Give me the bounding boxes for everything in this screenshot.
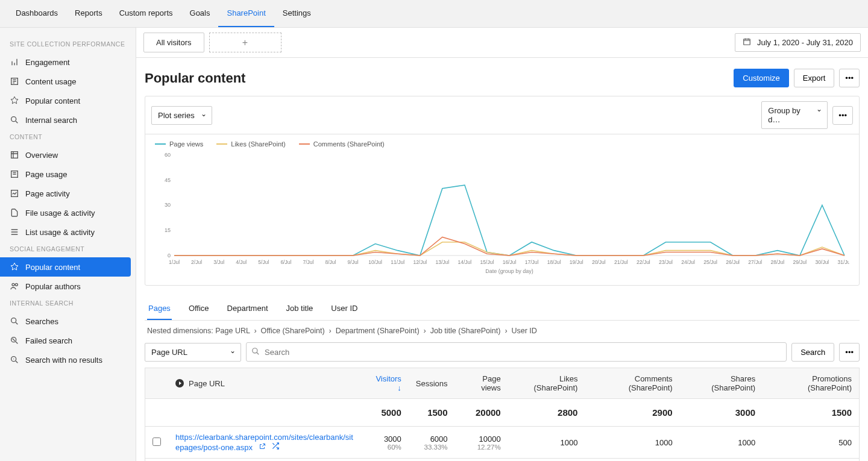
add-segment-button[interactable]: + [209, 33, 281, 52]
dimension-tab[interactable]: Department [226, 298, 269, 320]
data-cell: 10000% [585, 459, 679, 461]
nested-crumb[interactable]: Department (SharePoint) [336, 327, 420, 335]
total-cell: 5000 [361, 399, 409, 427]
play-icon [175, 379, 184, 387]
nested-crumb[interactable]: Job title (SharePoint) [430, 327, 501, 335]
sidebar-item[interactable]: Searches [0, 312, 136, 331]
sidebar-item[interactable]: Page activity [0, 184, 136, 203]
svg-point-10 [13, 359, 14, 359]
topnav-item[interactable]: Goals [181, 0, 219, 27]
svg-text:45: 45 [165, 177, 171, 183]
column-header[interactable]: Shares (SharePoint) [680, 368, 763, 399]
svg-text:12/Jul: 12/Jul [413, 259, 427, 265]
svg-text:23/Jul: 23/Jul [659, 259, 673, 265]
segment-chip[interactable]: All visitors [143, 33, 204, 52]
column-header[interactable]: Comments (SharePoint) [585, 368, 679, 399]
sidebar-item-icon [10, 77, 19, 86]
row-checkbox[interactable] [153, 437, 161, 446]
sidebar-item[interactable]: Page usage [0, 165, 136, 184]
data-cell: 600033.33% [409, 427, 455, 459]
sidebar-item[interactable]: Engagement [0, 52, 136, 72]
group-by-select[interactable]: Group by d… [761, 101, 828, 129]
sidebar-item[interactable]: Popular content [0, 257, 131, 277]
dimension-select[interactable]: Page URL [145, 343, 241, 362]
line-chart: 0153045601/Jul2/Jul3/Jul4/Jul5/Jul6/Jul7… [155, 151, 849, 275]
column-header[interactable]: Page views [455, 368, 508, 399]
export-button[interactable]: Export [794, 69, 835, 87]
sidebar-item[interactable]: List usage & activity [0, 222, 136, 242]
sidebar-item-icon [10, 150, 19, 160]
svg-text:21/Jul: 21/Jul [614, 259, 628, 265]
table-row: https://clearbank.sharepoint.com/sites/c… [145, 427, 859, 459]
column-header[interactable]: Sessions [409, 368, 455, 399]
search-input[interactable] [265, 348, 781, 357]
nested-crumb[interactable]: Page URL [215, 327, 250, 335]
plot-series-select[interactable]: Plot series [151, 106, 212, 125]
more-actions-button[interactable]: ••• [839, 69, 860, 87]
total-cell: 20000 [455, 399, 508, 427]
sidebar-item-label: Internal search [25, 116, 77, 125]
total-cell: 3000 [680, 399, 763, 427]
data-cell: 1000 [680, 427, 763, 459]
data-cell: 300060% [361, 427, 409, 459]
svg-text:6/Jul: 6/Jul [280, 259, 291, 265]
column-header[interactable]: Page URL [168, 368, 361, 399]
sidebar-item-label: Overview [25, 151, 58, 160]
sidebar-item-icon [10, 189, 19, 198]
svg-point-7 [11, 318, 16, 323]
nested-crumb[interactable]: User ID [512, 327, 537, 335]
nested-crumb[interactable]: Office (SharePoint) [261, 327, 325, 335]
search-button[interactable]: Search [791, 343, 834, 362]
dimension-tab[interactable]: Office [187, 298, 210, 320]
sidebar-item[interactable]: File usage & activity [0, 203, 136, 222]
svg-text:17/Jul: 17/Jul [525, 259, 539, 265]
date-range-picker[interactable]: July 1, 2020 - July 31, 2020 [735, 33, 861, 52]
customize-button[interactable]: Customize [734, 69, 788, 87]
svg-text:30/Jul: 30/Jul [816, 259, 829, 265]
topnav-item[interactable]: Settings [274, 0, 319, 27]
legend-item[interactable]: Comments (SharePoint) [299, 140, 385, 148]
column-header[interactable]: Promotions (SharePoint) [763, 368, 859, 399]
sidebar-item[interactable]: Overview [0, 145, 136, 165]
topnav-item[interactable]: Reports [66, 0, 111, 27]
sidebar-item-label: Engagement [25, 58, 70, 67]
sidebar-section-title: INTERNAL SEARCH [0, 296, 136, 312]
dimension-tab[interactable]: User ID [330, 298, 359, 320]
open-icon[interactable] [259, 443, 266, 452]
chart-more-button[interactable]: ••• [832, 106, 853, 125]
search-field[interactable] [246, 342, 787, 362]
topnav-item[interactable]: Custom reports [111, 0, 181, 27]
sidebar-item-label: Popular authors [25, 282, 81, 291]
column-header[interactable]: Likes (SharePoint) [508, 368, 585, 399]
svg-text:18/Jul: 18/Jul [547, 259, 561, 265]
sidebar-item[interactable]: Content usage [0, 72, 136, 91]
column-header[interactable]: Visitors ↓ [361, 368, 409, 399]
total-cell: 2900 [585, 399, 679, 427]
svg-point-50 [253, 348, 257, 353]
url-cell: https://clearbank.sharepoint.com/sites/c… [168, 459, 361, 461]
topnav-item[interactable]: SharePoint [218, 0, 274, 27]
main-content: All visitors + July 1, 2020 - July 31, 2… [136, 28, 868, 461]
sidebar-item[interactable]: Internal search [0, 110, 136, 130]
sidebar-item[interactable]: Popular content [0, 91, 136, 110]
table-more-button[interactable]: ••• [839, 343, 860, 362]
sidebar: SITE COLLECTION PERFORMANCEEngagementCon… [0, 28, 136, 461]
chart-toolbar: Plot series Group by d… ••• [145, 96, 859, 134]
sidebar-item[interactable]: Search with no results [0, 350, 136, 369]
svg-text:8/Jul: 8/Jul [326, 259, 336, 265]
data-cell: 200020% [409, 459, 455, 461]
legend-item[interactable]: Likes (SharePoint) [216, 140, 286, 148]
sidebar-item[interactable]: Failed search [0, 331, 136, 350]
legend-item[interactable]: Page views [155, 140, 203, 148]
top-nav: DashboardsReportsCustom reportsGoalsShar… [0, 0, 868, 28]
shuffle-icon[interactable] [271, 442, 280, 452]
svg-text:Date (group by day): Date (group by day) [485, 268, 533, 274]
topnav-item[interactable]: Dashboards [7, 0, 66, 27]
sidebar-item-icon [10, 115, 19, 125]
dimension-tab[interactable]: Job title [285, 298, 315, 320]
dimension-tab[interactable]: Pages [147, 298, 172, 320]
sidebar-item[interactable]: Popular authors [0, 277, 136, 296]
page-title: Popular content [145, 71, 245, 86]
svg-text:60: 60 [165, 152, 171, 158]
total-cell: 1500 [763, 399, 859, 427]
